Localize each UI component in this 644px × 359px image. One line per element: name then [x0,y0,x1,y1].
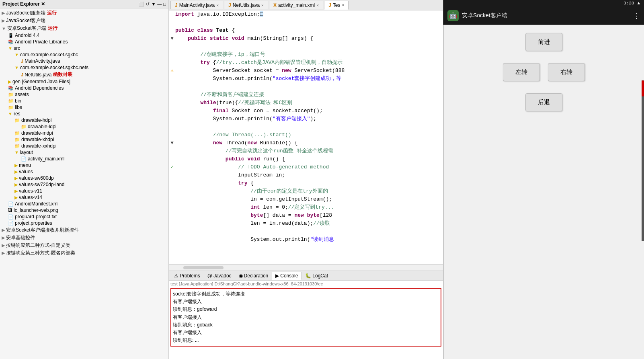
console-tab-javadoc-tab[interactable]: @Javadoc [204,272,235,280]
tree-item-android-private[interactable]: 📚Android Private Libraries [0,39,168,45]
tab-icon: J [328,2,331,8]
console-tab-logcat-tab[interactable]: 🐛LogCat [301,272,332,280]
tab-label: Tes [333,2,340,8]
tree-item-key-response-2[interactable]: ▶按键响应第三种方式-匿名内部类 [0,249,168,257]
collapse-gutter-icon[interactable]: ▼ [169,35,175,43]
tree-item-drawable-hdpi[interactable]: 📁drawable-hdpi [0,117,168,123]
tree-item-android-socket-client[interactable]: ▼安卓Socket客户端运行 [0,25,168,32]
back-button[interactable]: 后退 [525,93,562,111]
tree-item-label: JavaSocket服务端 [6,10,45,16]
tab-close-button[interactable]: × [342,3,345,7]
tree-item-icon: 📁 [14,137,20,142]
tree-item-com-example-socket[interactable]: ▼com.example.socket.sgkbc [0,51,168,58]
tree-item-label: values-v14 [19,195,42,200]
max-icon[interactable]: □ [163,2,166,7]
tree-item-label: NetUtils.java [25,72,51,78]
tree-item-icon: 📁 [14,118,20,123]
tree-item-java-socket-client[interactable]: ▶JavaSocket客户端 [0,17,168,25]
tree-item-ic-launcher[interactable]: 🖼ic_launcher-web.png [0,207,168,213]
collapse-gutter-icon[interactable]: ▼ [169,139,175,147]
tree-item-drawable-mdpi[interactable]: 📁drawable-mdpi [0,130,168,136]
console-tab-label: LogCat [312,273,328,279]
console-tab-declaration-tab[interactable]: ◉Declaration [235,272,272,280]
tree-item-src[interactable]: ▼src [0,45,168,51]
tree-item-com-example-nets[interactable]: ▼com.example.socket.sgkbc.nets [0,64,168,71]
tree-item-icon: ▶ [2,18,5,23]
horizontal-scrollbar[interactable] [169,264,443,271]
code-content: in = con.getInputStream(); [175,195,441,203]
menu-icon[interactable]: ▼ [151,2,156,7]
tree-item-project-properties[interactable]: 📄project.properties [0,220,168,226]
tree-item-drawable-xxhdpi[interactable]: 📁drawable-xxhdpi [0,143,168,149]
code-line: //写完自动跳出这个run函数 补全这个线程需 [169,147,443,155]
tree-item-gen[interactable]: ▶gen [Generated Java Files] [0,78,168,85]
console-output-line: 读到消息：goback [173,321,439,329]
tree-item-java-socket-server[interactable]: ▶JavaSocket服务端运行 [0,9,168,17]
tree-item-label: layout [20,150,33,155]
sync-icon[interactable]: ↺ [146,2,150,7]
warning-gutter-icon: ⚠ [169,67,175,75]
tree-item-icon: ▼ [8,111,12,116]
console-tab-problems-tab[interactable]: ⚠Problems [170,272,204,280]
tree-item-android-44[interactable]: 📱Android 4.4 [0,32,168,39]
min-icon[interactable]: — [157,2,162,7]
tree-item-libs[interactable]: 📁libs [0,104,168,111]
console-tab-console-tab[interactable]: ▶Console [272,272,301,280]
tree-item-values-sw720dp-land[interactable]: ▶values-sw720dp-land [0,181,168,188]
tree-item-android-deps[interactable]: 📚Android Dependencies [0,85,168,91]
tree-item-label: drawable-mdpi [21,130,53,136]
tree-item-label: 安卓基础控件 [6,234,35,241]
code-content: //由于con的定义是在try外面的 [175,187,441,195]
editor-tab-test-tab[interactable]: JTes× [324,1,349,10]
tree-item-icon: ▶ [14,182,18,187]
tab-close-button[interactable]: × [261,3,264,8]
tree-item-main-activity[interactable]: JMainActivity.java [0,58,168,64]
tree-item-assets[interactable]: 📁assets [0,91,168,98]
console-tab-icon: ▶ [275,273,279,279]
tab-close-button[interactable]: × [216,3,219,8]
left-button[interactable]: 左转 [503,63,540,81]
tab-label: activity_main.xml [278,2,315,8]
tree-item-drawable-xhdpi[interactable]: 📁drawable-xhdpi [0,136,168,143]
collapse-icon[interactable]: ⬜ [139,2,144,7]
tree-item-activity-main-xml[interactable]: 📄activity_main.xml [0,156,168,162]
tree-item-label: res [14,111,21,117]
tree-item-proguard[interactable]: 📄proguard-project.txt [0,213,168,220]
app-icon: 🤖 [447,10,459,21]
editor-tab-main-activity-tab[interactable]: JMainActivity.java× [170,1,223,9]
tree-item-key-response-1[interactable]: ▶按键响应第二种方式-自定义类 [0,242,168,249]
code-content: ServerSocket socket = new ServerSocket(8… [175,67,441,75]
editor-tab-net-utils-tab[interactable]: JNetUtils.java× [224,1,268,9]
tree-item-values-v11[interactable]: ▶values-v11 [0,188,168,194]
overflow-menu-icon[interactable]: ⋮ [633,11,640,20]
tree-item-android-socket-recv[interactable]: ▶安卓Socket客户端接收并刷新控件 [0,226,168,234]
tree-item-label: AndroidManifest.xml [15,201,59,207]
android-scrollbar[interactable] [642,80,644,241]
code-line: try {//try...catch是JAVA内部错误管理机制，自动提示 [169,59,443,67]
tree-item-values-sw600dp[interactable]: ▶values-sw600dp [0,175,168,181]
tree-item-label: drawable-ldpi [28,124,56,129]
tree-item-android-basic[interactable]: ▶安卓基础控件 [0,234,168,242]
editor-tab-activity-main-xml-tab[interactable]: Xactivity_main.xml× [269,1,323,9]
code-line: import java.io.IOException;□ [169,10,443,18]
tree-item-label: drawable-xxhdpi [21,143,56,149]
tree-item-values-v14[interactable]: ▶values-v14 [0,194,168,201]
tree-item-bin[interactable]: 📁bin [0,98,168,104]
tree-item-drawable-ldpi[interactable]: 📁drawable-ldpi [0,123,168,130]
tree-item-menu[interactable]: ▶menu [0,162,168,168]
tab-icon: J [228,2,231,8]
editor-panel: JMainActivity.java×JNetUtils.java×Xactiv… [169,0,443,359]
right-button[interactable]: 右转 [548,63,585,81]
tree-item-label: MainActivity.java [25,58,60,64]
code-line: len = in.read(data);//读取 [169,220,443,228]
tree-item-res[interactable]: ▼res [0,111,168,117]
tree-item-android-manifest[interactable]: 📄AndroidManifest.xml [0,201,168,207]
project-explorer: Project Explorer ✕ ⬜ ↺ ▼ — □ ▶JavaSocket… [0,0,169,359]
forward-button[interactable]: 前进 [525,33,562,51]
tree-item-net-utils[interactable]: JNetUtils.java函数封装 [0,71,168,78]
tree-item-icon: 📄 [8,201,14,207]
tree-item-values[interactable]: ▶values [0,168,168,175]
tree-item-layout[interactable]: ▼layout [0,149,168,156]
code-area[interactable]: import java.io.IOException;□ public clas… [169,10,443,264]
tab-close-button[interactable]: × [316,3,319,8]
